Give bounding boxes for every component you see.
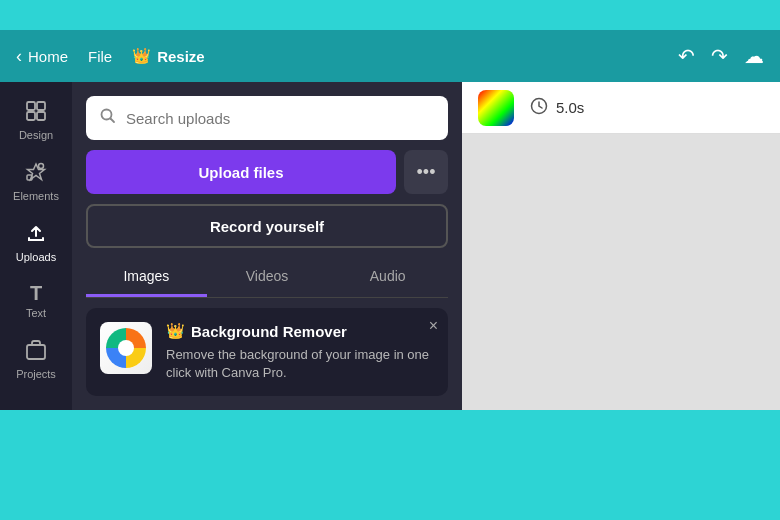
- sidebar-item-elements[interactable]: Elements: [0, 151, 72, 212]
- tabs: Images Videos Audio: [86, 258, 448, 298]
- file-menu-item[interactable]: File: [88, 48, 112, 65]
- app-header: ‹ Home File 👑 Resize ↶ ↷ ☁: [0, 30, 780, 82]
- sidebar-item-text-label: Text: [26, 307, 46, 319]
- text-icon: T: [30, 283, 42, 303]
- svg-rect-5: [27, 175, 32, 180]
- search-input[interactable]: [126, 110, 434, 127]
- sidebar-item-uploads-label: Uploads: [16, 251, 56, 263]
- record-yourself-button[interactable]: Record yourself: [86, 204, 448, 248]
- uploads-icon: [25, 222, 47, 247]
- elements-icon: [25, 161, 47, 186]
- svg-rect-2: [27, 112, 35, 120]
- svg-point-4: [39, 164, 44, 169]
- chevron-left-icon: ‹: [16, 46, 22, 67]
- sidebar-item-design-label: Design: [19, 129, 53, 141]
- bottom-bar: [0, 490, 780, 520]
- main-content: Design Elements Uploads T T: [0, 82, 780, 410]
- sidebar-item-projects-label: Projects: [16, 368, 56, 380]
- icon-sidebar: Design Elements Uploads T T: [0, 82, 72, 410]
- tab-audio[interactable]: Audio: [327, 258, 448, 297]
- canvas-area: 5.0s: [462, 82, 780, 410]
- bg-remover-title-text: Background Remover: [191, 323, 347, 340]
- redo-button[interactable]: ↷: [711, 46, 728, 66]
- svg-point-9: [118, 340, 134, 356]
- search-bar: [86, 96, 448, 140]
- svg-rect-0: [27, 102, 35, 110]
- clock-icon: [530, 97, 548, 118]
- bg-remover-title: 👑 Background Remover: [166, 322, 434, 340]
- upload-panel: Upload files ••• Record yourself Images …: [72, 82, 462, 410]
- upload-more-button[interactable]: •••: [404, 150, 448, 194]
- bg-remover-image: [100, 322, 152, 374]
- header-nav: ‹ Home File 👑 Resize: [16, 46, 658, 67]
- sidebar-item-design[interactable]: Design: [0, 90, 72, 151]
- sidebar-item-elements-label: Elements: [13, 190, 59, 202]
- timer-value: 5.0s: [556, 99, 584, 116]
- sidebar-item-text[interactable]: T Text: [0, 273, 72, 329]
- bg-remover-description: Remove the background of your image in o…: [166, 346, 434, 382]
- svg-rect-1: [37, 102, 45, 110]
- bg-remover-content: 👑 Background Remover Remove the backgrou…: [166, 322, 434, 382]
- bg-remover-crown-icon: 👑: [166, 322, 185, 340]
- crown-icon: 👑: [132, 47, 151, 65]
- undo-button[interactable]: ↶: [678, 46, 695, 66]
- svg-rect-3: [37, 112, 45, 120]
- canvas-topbar: 5.0s: [462, 82, 780, 134]
- upload-files-button[interactable]: Upload files: [86, 150, 396, 194]
- design-icon: [25, 100, 47, 125]
- sidebar-item-uploads[interactable]: Uploads: [0, 212, 72, 273]
- cloud-save-button[interactable]: ☁: [744, 46, 764, 66]
- tab-videos[interactable]: Videos: [207, 258, 328, 297]
- search-icon: [100, 108, 116, 128]
- svg-rect-6: [27, 345, 45, 359]
- sidebar-item-projects[interactable]: Projects: [0, 329, 72, 390]
- header-actions: ↶ ↷ ☁: [678, 46, 764, 66]
- resize-button[interactable]: 👑 Resize: [132, 47, 205, 65]
- canvas-timer: 5.0s: [530, 97, 584, 118]
- home-nav-item[interactable]: ‹ Home: [16, 46, 68, 67]
- resize-label: Resize: [157, 48, 205, 65]
- bg-remover-card: × 👑 Background Remover Remove the backg: [86, 308, 448, 396]
- home-label: Home: [28, 48, 68, 65]
- canvas-body[interactable]: [462, 134, 780, 410]
- upload-btn-row: Upload files •••: [86, 150, 448, 194]
- color-swatch[interactable]: [478, 90, 514, 126]
- bg-remover-close-button[interactable]: ×: [429, 318, 438, 334]
- tab-images[interactable]: Images: [86, 258, 207, 297]
- projects-icon: [25, 339, 47, 364]
